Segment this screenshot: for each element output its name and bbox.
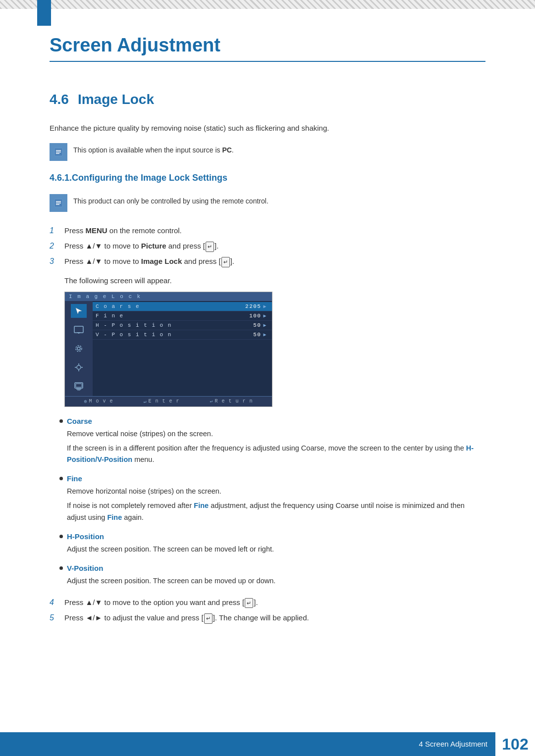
- subsection-number: 4.6.1: [50, 173, 69, 183]
- step-num-3: 3: [50, 254, 59, 268]
- enter-icon-5: ↵: [204, 613, 213, 624]
- footer-page-number: 102: [495, 732, 535, 756]
- sidebar-cursor: [71, 304, 87, 318]
- coarse-value: 2205 ▶: [245, 303, 267, 309]
- return-icon: ↩: [210, 399, 213, 404]
- hpos-arrow: ▶: [263, 322, 267, 328]
- svg-marker-8: [76, 308, 82, 314]
- svg-point-13: [76, 346, 82, 352]
- footer-enter: ↵ E n t e r: [143, 399, 179, 404]
- fine-label: F i n e: [96, 313, 124, 319]
- tv-icon: [73, 325, 84, 334]
- hpos-label: H - P o s i t i o n: [96, 322, 172, 328]
- svg-rect-20: [76, 384, 82, 387]
- bullet-coarse: Coarse Remove vertical noise (stripes) o…: [59, 417, 485, 466]
- step-num-1: 1: [50, 224, 59, 237]
- menu-row-empty2: [93, 351, 272, 361]
- step-text-5: Press ◄/► to adjust the value and press …: [64, 611, 309, 624]
- bullet-hposition-label: H-Position: [59, 532, 485, 541]
- page-footer: 4 Screen Adjustment 102: [0, 732, 535, 756]
- note-box-2: This product can only be controlled by u…: [50, 193, 485, 212]
- bullet-vposition-label: V-Position: [59, 564, 485, 572]
- bullet-section: Coarse Remove vertical noise (stripes) o…: [59, 417, 485, 587]
- footer-return: ↩ R e t u r n: [210, 399, 253, 404]
- bullet-title-coarse: Coarse: [67, 417, 92, 425]
- bullet-dot-vpos: [59, 566, 63, 570]
- fine-body1: Remove horizontal noise (stripes) on the…: [67, 486, 485, 497]
- coarse-hv-ref: H-Position/V-Position: [67, 444, 474, 463]
- coarse-body2: If the screen is in a different position…: [67, 443, 485, 465]
- menu-row-hpos: H - P o s i t i o n 50 ▶: [93, 321, 272, 330]
- imagelock-key: Image Lock: [141, 257, 182, 265]
- note-icon-1: [50, 143, 67, 161]
- tv-menu-sidebar: [65, 301, 93, 396]
- step-num-5: 5: [50, 611, 59, 624]
- step-2: 2 Press ▲/▼ to move to Picture and press…: [50, 239, 485, 252]
- tv-menu-title: I m a g e L o c k: [65, 292, 272, 301]
- top-blue-square: [37, 0, 51, 26]
- coarse-body1: Remove vertical noise (stripes) on the s…: [67, 428, 485, 440]
- note-pencil-icon: [53, 198, 64, 208]
- footer-enter-label: E n t e r: [149, 399, 180, 404]
- enter-icon-4: ↵: [245, 598, 253, 608]
- menu-row-vpos: V - P o s i t i o n 50 ▶: [93, 330, 272, 340]
- menu-key: MENU: [86, 226, 107, 235]
- bullet-dot-coarse: [59, 419, 63, 423]
- note-text-2: This product can only be controlled by u…: [73, 193, 268, 206]
- vpos-label: V - P o s i t i o n: [96, 332, 172, 338]
- bullet-dot-hpos: [59, 535, 63, 538]
- settings-icon: [74, 362, 84, 372]
- svg-point-12: [77, 347, 80, 350]
- sidebar-layers: [71, 379, 87, 393]
- subsection-heading: Configuring the Image Lock Settings: [72, 173, 227, 183]
- fine-arrow: ▶: [263, 313, 267, 319]
- step-5: 5 Press ◄/► to adjust the value and pres…: [50, 611, 485, 624]
- bullet-title-fine: Fine: [67, 474, 82, 483]
- bullet-dot-fine: [59, 477, 63, 480]
- sidebar-gear: [71, 342, 87, 355]
- vpos-arrow: ▶: [263, 332, 267, 338]
- section-heading: Image Lock: [78, 92, 154, 107]
- vpos-value: 50 ▶: [253, 332, 267, 338]
- footer-return-label: R e t u r n: [215, 399, 253, 404]
- pencil-icon: [53, 147, 64, 157]
- section-number: 4.6: [50, 92, 69, 107]
- following-text: The following screen will appear.: [64, 276, 485, 285]
- tv-menu-body: C o a r s e 2205 ▶ F i n e 100 ▶ H - P o…: [65, 301, 272, 396]
- menu-row-empty1: [93, 340, 272, 351]
- subsection-title: 4.6.1.Configuring the Image Lock Setting…: [50, 173, 485, 183]
- coarse-label: C o a r s e: [96, 303, 140, 309]
- bullet-fine: Fine Remove horizontal noise (stripes) o…: [59, 474, 485, 523]
- bullet-coarse-label: Coarse: [59, 417, 485, 425]
- hpos-body: Adjust the screen position. The screen c…: [67, 544, 485, 555]
- step-text-2: Press ▲/▼ to move to Picture and press […: [64, 240, 218, 252]
- enter-footer-icon: ↵: [143, 399, 147, 404]
- note-box-1: This option is available when the input …: [50, 142, 485, 161]
- bullet-fine-label: Fine: [59, 474, 485, 483]
- section-title: 4.6Image Lock: [50, 92, 485, 107]
- vpos-body: Adjust the screen position. The screen c…: [67, 575, 485, 587]
- fine-value: 100 ▶: [249, 313, 267, 319]
- enter-icon-3: ↵: [221, 257, 230, 267]
- bullet-vposition: V-Position Adjust the screen position. T…: [59, 564, 485, 587]
- gear-icon: [74, 344, 84, 353]
- note-bold-1: PC: [222, 146, 231, 154]
- intro-text: Enhance the picture quality by removing …: [50, 122, 485, 134]
- layers-icon: [73, 381, 84, 391]
- move-icon: ⊕: [84, 399, 87, 404]
- bullet-title-hpos: H-Position: [67, 532, 104, 541]
- tv-menu-screenshot: I m a g e L o c k: [64, 292, 272, 407]
- sidebar-tv: [71, 323, 87, 337]
- steps-list: 1 Press MENU on the remote control. 2 Pr…: [50, 224, 485, 268]
- picture-key: Picture: [141, 242, 166, 250]
- step-4: 4 Press ▲/▼ to move to the option you wa…: [50, 596, 485, 609]
- steps-list-2: 4 Press ▲/▼ to move to the option you wa…: [50, 596, 485, 624]
- tv-menu-content: C o a r s e 2205 ▶ F i n e 100 ▶ H - P o…: [93, 301, 272, 396]
- enter-icon-2: ↵: [206, 242, 214, 252]
- svg-point-14: [77, 365, 81, 369]
- bullet-hposition: H-Position Adjust the screen position. T…: [59, 532, 485, 555]
- fine-ref1: Fine: [194, 502, 209, 509]
- footer-section-label: 4 Screen Adjustment: [409, 732, 495, 756]
- step-text-4: Press ▲/▼ to move to the option you want…: [64, 596, 258, 609]
- step-num-2: 2: [50, 239, 59, 252]
